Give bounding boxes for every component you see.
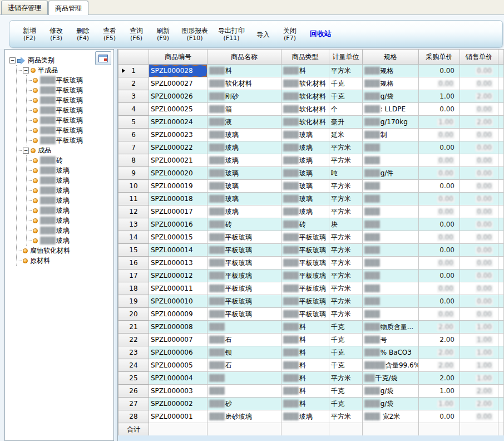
cell-spec[interactable]: ▓▓▓ [363, 257, 419, 270]
toolbar-button-4[interactable]: 查看(F5) [96, 22, 123, 46]
cell-spec[interactable]: ▓▓▓规格 [363, 77, 419, 90]
cell-unit[interactable]: 千克 [329, 359, 363, 372]
cell-unit[interactable]: 千克 [329, 90, 363, 103]
cell-type[interactable]: ▓▓▓料 [281, 385, 329, 398]
cell-type[interactable]: ▓▓▓料 [281, 398, 329, 410]
cell-name[interactable]: ▓▓▓玻璃 [207, 193, 281, 205]
cell-name[interactable]: ▓▓▓平板玻璃 [207, 244, 281, 257]
tree-leaf[interactable]: ▓▓▓玻璃 [27, 175, 113, 185]
cell-type[interactable]: ▓▓▓软化材料 [281, 116, 329, 129]
cell-spec[interactable]: ▓▓▓ [363, 154, 419, 167]
cell-spec[interactable]: ▓▓▓号 [363, 334, 419, 346]
row-selector[interactable]: 14 [118, 231, 149, 244]
row-selector[interactable]: 26 [118, 385, 149, 398]
row-selector[interactable]: 11 [118, 193, 149, 205]
cell-code[interactable]: SPZL000015 [149, 231, 207, 244]
cell-type[interactable]: ▓▓▓玻璃 [281, 205, 329, 218]
cell-buy-price[interactable]: 0.00 [419, 244, 460, 257]
cell-spec[interactable]: ▓▓▓ [363, 295, 419, 308]
cell-code[interactable]: SPZL000004 [149, 372, 207, 385]
cell-spec[interactable]: ▓▓▓ [363, 193, 419, 205]
row-selector[interactable]: 12 [118, 205, 149, 218]
cell-sell-price[interactable]: 0.00 [460, 205, 498, 218]
cell-name[interactable]: ▓▓▓玻璃 [207, 205, 281, 218]
row-selector[interactable]: 13 [118, 218, 149, 231]
cell-type[interactable]: ▓▓▓平板玻璃 [281, 231, 329, 244]
cell-unit[interactable]: 平方米 [329, 193, 363, 205]
cell-buy-price[interactable]: 2.00 [419, 321, 460, 334]
tree-leaf[interactable]: ▓▓▓玻璃 [27, 165, 113, 175]
cell-spec[interactable]: ▓▓▓: LLDPE [363, 103, 419, 116]
cell-name[interactable]: ▓▓▓料 [207, 65, 281, 77]
tree-leaf[interactable]: ▓▓▓玻璃 [27, 226, 113, 236]
row-selector[interactable]: 20 [118, 308, 149, 321]
tree-leaf[interactable]: ▓▓▓玻璃 [27, 185, 113, 195]
cell-spec[interactable]: ▓▓▓ [363, 231, 419, 244]
column-header-2[interactable]: 商品名称 [207, 50, 281, 65]
cell-spec[interactable]: ▓▓▓ [363, 218, 419, 231]
row-selector[interactable]: 24 [118, 359, 149, 372]
cell-buy-price[interactable]: 0.00 [419, 270, 460, 282]
row-selector[interactable]: 18 [118, 282, 149, 295]
cell-unit[interactable]: 平方米 [329, 372, 363, 385]
cell-name[interactable]: ▓▓▓钡 [207, 346, 281, 359]
cell-sell-price[interactable]: 0.00 [460, 410, 498, 423]
cell-buy-price[interactable]: 1.00 [419, 116, 460, 129]
cell-name[interactable]: ▓▓▓石 [207, 334, 281, 346]
cell-spec[interactable]: ▓▓▓% BaCO3 [363, 346, 419, 359]
row-selector[interactable]: 15 [118, 244, 149, 257]
cell-code[interactable]: SPZL000014 [149, 244, 207, 257]
cell-spec[interactable]: ▓▓▓ [363, 282, 419, 295]
cell-spec[interactable]: ▓▓千克/袋 [363, 372, 419, 385]
tree-leaf[interactable]: ▓▓▓平板玻璃 [27, 105, 113, 115]
column-header-5[interactable]: 规格 [363, 50, 419, 65]
row-selector[interactable]: 25 [118, 372, 149, 385]
cell-code[interactable]: SPZL000019 [149, 180, 207, 193]
cell-name[interactable]: ▓▓▓平板玻璃 [207, 282, 281, 295]
cell-code[interactable]: SPZL000020 [149, 167, 207, 180]
cell-type[interactable]: ▓▓▓玻璃 [281, 129, 329, 141]
cell-buy-price[interactable]: 1.00 [419, 90, 460, 103]
cell-sell-price[interactable]: 1.00 [460, 359, 498, 372]
cell-buy-price[interactable]: 1.00 [419, 398, 460, 410]
cell-type[interactable]: ▓▓▓料 [281, 346, 329, 359]
cell-sell-price[interactable]: 0.00 [460, 65, 498, 77]
cell-unit[interactable]: 延米 [329, 129, 363, 141]
cell-name[interactable]: ▓▓▓ [207, 385, 281, 398]
cell-buy-price[interactable]: 1.00 [419, 385, 460, 398]
tree-leaf[interactable]: ▓▓▓玻璃 [27, 205, 113, 215]
cell-unit[interactable]: 平方米 [329, 308, 363, 321]
cell-buy-price[interactable]: 2.00 [419, 334, 460, 346]
cell-spec[interactable]: ▓▓▓ 宽2米 [363, 410, 419, 423]
cell-buy-price[interactable]: 0.00 [419, 180, 460, 193]
cell-unit[interactable]: 平方米 [329, 231, 363, 244]
cell-sell-price[interactable]: 0.00 [460, 218, 498, 231]
cell-unit[interactable]: 平方米 [329, 282, 363, 295]
cell-spec[interactable]: ▓▓▓ [363, 308, 419, 321]
cell-code[interactable]: SPZL000026 [149, 90, 207, 103]
tree-leaf[interactable]: ▓▓▓玻璃 [27, 215, 113, 226]
row-selector[interactable]: 19 [118, 295, 149, 308]
toolbar-button-7[interactable]: 图形报表(F10) [176, 22, 213, 46]
cell-sell-price[interactable]: 0.00 [460, 167, 498, 180]
toolbar-button-5[interactable]: 查询(F6) [123, 22, 150, 46]
cell-code[interactable]: SPZL000003 [149, 385, 207, 398]
cell-buy-price[interactable]: 2.00 [419, 372, 460, 385]
cell-buy-price[interactable]: 0.00 [419, 282, 460, 295]
collapse-icon[interactable]: − [23, 148, 29, 154]
cell-unit[interactable]: 千克 [329, 398, 363, 410]
cell-name[interactable]: ▓▓▓ [207, 372, 281, 385]
cell-sell-price[interactable]: 2.00 [460, 398, 498, 410]
row-selector[interactable]: 2 [118, 77, 149, 90]
cell-sell-price[interactable]: 1.00 [460, 346, 498, 359]
tree-leaf[interactable]: ▓▓▓平板玻璃 [27, 115, 113, 125]
row-selector[interactable]: 28 [118, 410, 149, 423]
toolbar-button-10[interactable]: 关闭(F7) [276, 22, 303, 46]
cell-buy-price[interactable]: 0.00 [419, 218, 460, 231]
cell-name[interactable]: ▓▓▓玻璃 [207, 180, 281, 193]
column-header-4[interactable]: 计量单位 [329, 50, 363, 65]
cell-name[interactable]: ▓▓▓箱 [207, 103, 281, 116]
cell-code[interactable]: SPZL000018 [149, 193, 207, 205]
row-selector[interactable]: 5 [118, 116, 149, 129]
cell-code[interactable]: SPZL000027 [149, 77, 207, 90]
